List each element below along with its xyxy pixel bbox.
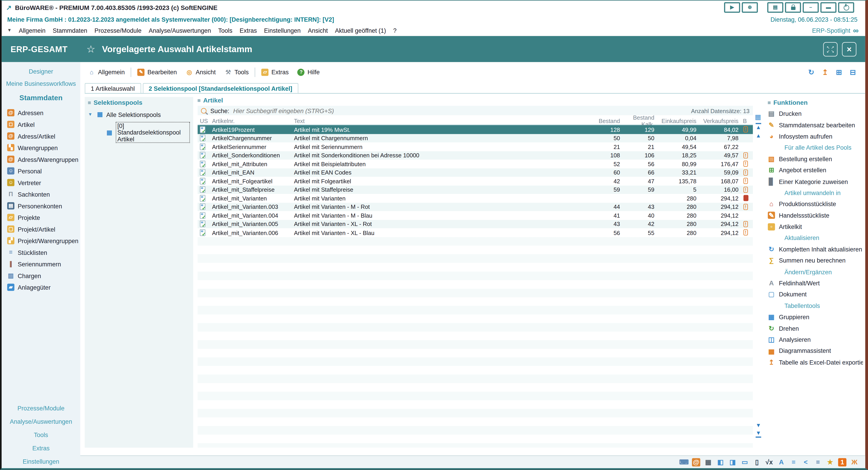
start-button[interactable]: ▶: [724, 2, 740, 13]
list-window-icon[interactable]: ≡: [789, 458, 798, 466]
sidebar-item[interactable]: ☺ Personal: [2, 165, 80, 177]
menu-item[interactable]: Extras: [240, 27, 257, 33]
function-summen-neu-berechnen[interactable]: ∑ Summen neu berechnen: [768, 255, 863, 266]
layers-icon[interactable]: ≡: [814, 458, 822, 466]
scroll-down-icon[interactable]: ▼: [756, 422, 761, 428]
tree-expander-icon[interactable]: ▼: [88, 112, 94, 117]
sidebar-item[interactable]: @ Adress/Artikel: [2, 130, 80, 142]
table-row[interactable]: ArtikelChargennummer Artikel mit Chargen…: [197, 134, 753, 142]
tab-selektionspool[interactable]: 2 Selektionspool [Standardselektionspool…: [143, 83, 299, 93]
sidebar-link[interactable]: Tools: [2, 428, 80, 442]
table-row[interactable]: Artikel_mit_Folgeartikel Artikel mit Fol…: [197, 177, 753, 185]
function-gruppieren[interactable]: ▦ Gruppieren: [768, 311, 863, 323]
column-header[interactable]: Verkaufspreis: [696, 117, 739, 124]
toolbar-button[interactable]: ✎ Bearbeiten: [134, 67, 180, 77]
tree-node-standardselektionspool[interactable]: ▦ [0] Standardselektionspool Artikel: [106, 122, 190, 143]
column-header[interactable]: Bestand: [588, 117, 620, 124]
expand-window-button[interactable]: ↖↗↙↘: [823, 42, 838, 56]
function-diagrammassistent[interactable]: ▅ Diagrammassistent: [768, 345, 863, 356]
menu-item[interactable]: Ansicht: [308, 27, 328, 33]
minimize-button[interactable]: –: [803, 2, 818, 13]
function-drehen[interactable]: ↻ Drehen: [768, 323, 863, 334]
menu-item[interactable]: Prozesse/Module: [94, 27, 142, 33]
table-row[interactable]: Artikel_mit_Attributen Artikel mit Beisp…: [197, 159, 753, 168]
sidebar-item[interactable]: ▞ Projekt/Warengruppen: [2, 235, 80, 247]
formula-icon[interactable]: √x: [765, 458, 774, 466]
erp-spotlight[interactable]: ERP-Spotlight ∞: [812, 26, 860, 34]
column-header[interactable]: US: [197, 117, 212, 124]
add-button[interactable]: ⊕: [742, 2, 758, 13]
table-row[interactable]: Artikel_mit_Varianten.006 Artikel mit Va…: [197, 228, 753, 237]
function-kompletten-inhalt-aktualisieren[interactable]: ↻ Kompletten Inhalt aktualisieren: [768, 243, 863, 255]
function-feldinhalt-wert[interactable]: A Feldinhalt/Wert: [768, 277, 863, 289]
table-row[interactable]: Artikel19Prozent Artikel mit 19% MwSt. 1…: [197, 125, 753, 134]
refresh-icon[interactable]: ↻: [808, 68, 815, 76]
table-row[interactable]: Artikel_mit_Staffelpreise Artikel mit St…: [197, 185, 753, 194]
scroll-up-icon[interactable]: ▲: [756, 133, 761, 139]
menu-dropdown-icon[interactable]: ▼: [7, 28, 11, 33]
function-einer-kategorie-zuweisen[interactable]: ▊ Einer Kategorie zuweisen: [768, 176, 863, 187]
table-add-icon[interactable]: ⊞: [835, 68, 842, 76]
toolbar-button[interactable]: ◎ Ansicht: [183, 67, 219, 77]
table-row[interactable]: Artikel_mit_Varianten.005 Artikel mit Va…: [197, 219, 753, 228]
menu-item[interactable]: Analyse/Auswertungen: [149, 27, 211, 33]
function-tabelle-als-excel-exportieren[interactable]: ↥ Tabelle als Excel-Datei exportieren: [768, 356, 863, 368]
table-row[interactable]: Artikel_mit_Varianten Artikel mit Varian…: [197, 194, 753, 203]
excel-upload-icon[interactable]: ↥: [822, 68, 829, 76]
sidebar-item[interactable]: ▱ Projekte: [2, 211, 80, 223]
sidebar-item[interactable]: Π Sachkonten: [2, 188, 80, 200]
lock-button[interactable]: [785, 2, 801, 13]
share-nodes-icon[interactable]: <: [802, 458, 810, 466]
table-remove-icon[interactable]: ⊟: [849, 68, 857, 76]
menu-item[interactable]: Aktuell geöffnet (1): [335, 27, 386, 33]
menu-item[interactable]: Tools: [218, 27, 232, 33]
column-header[interactable]: Einkaufspreis: [654, 117, 696, 124]
power-button[interactable]: [838, 2, 854, 13]
table-settings-icon[interactable]: ▦: [755, 114, 761, 120]
shapes-icon[interactable]: ◧: [716, 458, 725, 466]
sidebar-item[interactable]: ▚ Warengruppen: [2, 142, 80, 153]
address-book-add-icon[interactable]: @: [692, 458, 701, 466]
function-drucken[interactable]: ▤ Drucken: [768, 108, 863, 119]
function-bestellung-erstellen[interactable]: ▧ Bestellung erstellen: [768, 153, 863, 165]
magic-wand-icon[interactable]: ★: [826, 458, 834, 466]
column-header[interactable]: Artikelnr.: [212, 117, 294, 124]
function-handelsstueckliste[interactable]: ✎ Handelssstückliste: [768, 210, 863, 221]
close-window-button[interactable]: ×: [842, 42, 857, 56]
sidebar-item[interactable]: ≡ Stücklisten: [2, 246, 80, 258]
sidebar-link[interactable]: Extras: [2, 442, 80, 455]
scroll-to-bottom-icon[interactable]: ▼: [756, 431, 761, 438]
sidebar-item[interactable]: ∥ Seriennummern: [2, 258, 80, 270]
sidebar-item[interactable]: ◻ Artikel: [2, 119, 80, 130]
window-key-icon[interactable]: ▭: [741, 458, 749, 466]
sidebar-item[interactable]: ▢ Projekt/Artikel: [2, 223, 80, 235]
keyboard-icon[interactable]: ⌨: [680, 458, 688, 466]
sidebar-link[interactable]: Meine Businessworkflows: [2, 78, 80, 90]
font-window-icon[interactable]: A: [777, 458, 786, 466]
search-input[interactable]: [233, 107, 687, 114]
tree-node-alle-selektionspools[interactable]: ▼ ▦ Alle Selektionspools: [88, 111, 190, 118]
column-header[interactable]: Text: [294, 117, 588, 124]
sidebar-item[interactable]: ☺ Vertreter: [2, 177, 80, 188]
toolbar-button[interactable]: ⌂ Allgemein: [85, 67, 128, 77]
table-row[interactable]: ArtikelSeriennummer Artikel mit Seriennu…: [197, 142, 753, 151]
scroll-to-top-icon[interactable]: ▲: [756, 123, 761, 130]
smartphone-icon[interactable]: ▯: [753, 458, 761, 466]
sidebar-item[interactable]: ▰ Anlagegüter: [2, 282, 80, 293]
function-analysieren[interactable]: ◫ Analysieren: [768, 334, 863, 345]
window-sidebar-icon[interactable]: ◨: [728, 458, 737, 466]
table-row[interactable]: Artikel_mit_Varianten.004 Artikel mit Va…: [197, 211, 753, 219]
calendar-icon[interactable]: 1: [838, 458, 846, 466]
table-row[interactable]: Artikel_mit_Varianten.003 Artikel mit Va…: [197, 203, 753, 211]
function-produktionsstueckliste[interactable]: ⌂ Produktionsstückliste: [768, 199, 863, 210]
menu-item[interactable]: Einstellungen: [264, 27, 301, 33]
sidebar-item[interactable]: @ Adressen: [2, 107, 80, 119]
sidebar-link[interactable]: Designer: [2, 65, 80, 78]
sidebar-link[interactable]: Prozesse/Module: [2, 402, 80, 415]
function-angebot-erstellen[interactable]: ⊞ Angebot erstellen: [768, 165, 863, 176]
maximize-button[interactable]: ▬: [820, 2, 836, 13]
function-artikelkit[interactable]: ◦ Artikelkit: [768, 221, 863, 232]
sidebar-link[interactable]: Einstellungen: [2, 455, 80, 468]
function-stammdatensatz-bearbeiten[interactable]: ✎ Stammdatensatz bearbeiten: [768, 119, 863, 131]
menu-item[interactable]: ?: [393, 27, 397, 33]
